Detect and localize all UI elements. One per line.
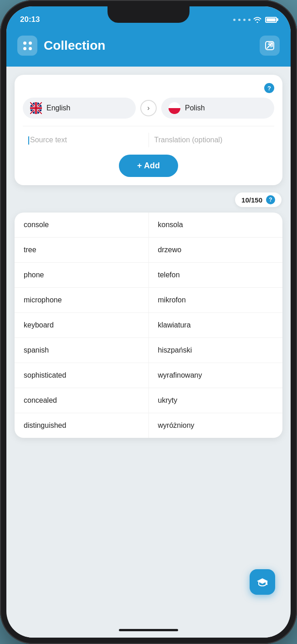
- grid-dot: [29, 47, 32, 50]
- translation-placeholder: Translation (optional): [154, 136, 223, 144]
- signal-dot-2: [238, 19, 241, 21]
- word-polish: hiszpański: [149, 338, 283, 363]
- word-english: phone: [15, 263, 149, 287]
- word-row[interactable]: phonetelefon: [15, 263, 282, 288]
- notch: [108, 6, 189, 23]
- help-row: ?: [23, 83, 274, 93]
- word-row[interactable]: distinguishedwyróżniony: [15, 413, 282, 438]
- arrow-right-icon: ›: [147, 104, 149, 112]
- word-row[interactable]: spanishhiszpański: [15, 338, 282, 363]
- home-indicator: [6, 622, 291, 638]
- word-polish: telefon: [149, 263, 283, 287]
- input-card: ?: [15, 75, 282, 185]
- word-polish: wyróżniony: [149, 413, 283, 438]
- count-badge: 10/150 ?: [235, 192, 282, 207]
- swap-languages-button[interactable]: ›: [140, 100, 157, 116]
- graduation-cap-icon: [256, 576, 269, 588]
- source-text-input[interactable]: Source text: [23, 133, 149, 147]
- export-icon: [265, 41, 275, 51]
- cursor: [28, 136, 29, 145]
- word-row[interactable]: consolekonsola: [15, 213, 282, 238]
- export-button[interactable]: [260, 36, 280, 56]
- target-language-label: Polish: [185, 104, 205, 112]
- word-polish: ukryty: [149, 388, 283, 413]
- word-polish: wyrafinowany: [149, 363, 283, 388]
- word-english: sophisticated: [15, 363, 149, 388]
- signal-dot-4: [248, 19, 251, 21]
- word-polish: drzewo: [149, 238, 283, 262]
- source-placeholder: Source text: [30, 136, 67, 144]
- source-language-label: English: [46, 104, 70, 112]
- wifi-icon: [253, 16, 261, 23]
- header-left: Collection: [17, 36, 105, 56]
- language-selector-row: English ›: [23, 98, 274, 119]
- add-button-label: + Add: [137, 161, 160, 171]
- word-polish: klawiatura: [149, 313, 283, 338]
- study-fab-button[interactable]: [250, 569, 275, 595]
- phone-frame: 20:13: [0, 0, 297, 644]
- grid-icon: [23, 42, 31, 50]
- pl-flag-icon: [169, 102, 180, 114]
- count-text: 10/150: [241, 196, 262, 204]
- word-row[interactable]: treedrzewo: [15, 238, 282, 263]
- svg-point-5: [266, 584, 268, 585]
- source-language-pill[interactable]: English: [23, 98, 136, 119]
- phone-screen: 20:13: [6, 6, 291, 638]
- grid-dot: [29, 42, 32, 45]
- word-row[interactable]: concealedukryty: [15, 388, 282, 413]
- signal-dot-3: [243, 19, 246, 21]
- uk-flag-icon: [30, 102, 42, 114]
- content-area: ?: [6, 67, 291, 622]
- word-english: distinguished: [15, 413, 149, 438]
- word-row[interactable]: sophisticatedwyrafinowany: [15, 363, 282, 388]
- word-list-card: consolekonsolatreedrzewophonetelefonmicr…: [15, 213, 282, 438]
- grid-menu-button[interactable]: [17, 36, 37, 56]
- word-row[interactable]: microphonemikrofon: [15, 288, 282, 313]
- target-language-pill[interactable]: Polish: [161, 98, 274, 119]
- status-time: 20:13: [20, 15, 40, 24]
- word-row[interactable]: keyboardklawiatura: [15, 313, 282, 338]
- add-button[interactable]: + Add: [119, 155, 178, 177]
- word-english: keyboard: [15, 313, 149, 338]
- count-row: 10/150 ?: [6, 185, 291, 211]
- word-english: concealed: [15, 388, 149, 413]
- help-badge[interactable]: ?: [264, 83, 274, 93]
- status-icons: [233, 16, 277, 23]
- home-bar: [119, 629, 178, 631]
- word-english: microphone: [15, 288, 149, 312]
- signal-dot-1: [233, 19, 236, 21]
- page-title: Collection: [44, 38, 105, 53]
- grid-dot: [23, 47, 26, 50]
- grid-dot: [23, 42, 26, 45]
- word-english: console: [15, 213, 149, 237]
- battery-icon: [265, 17, 277, 23]
- scroll-area[interactable]: ?: [6, 67, 291, 622]
- svg-rect-4: [169, 108, 180, 114]
- word-polish: konsola: [149, 213, 283, 237]
- word-polish: mikrofon: [149, 288, 283, 312]
- word-english: spanish: [15, 338, 149, 363]
- input-row: Source text Translation (optional): [23, 126, 274, 147]
- translation-text-input[interactable]: Translation (optional): [149, 133, 275, 147]
- app-header: Collection: [6, 30, 291, 67]
- count-help-button[interactable]: ?: [266, 195, 275, 204]
- word-english: tree: [15, 238, 149, 262]
